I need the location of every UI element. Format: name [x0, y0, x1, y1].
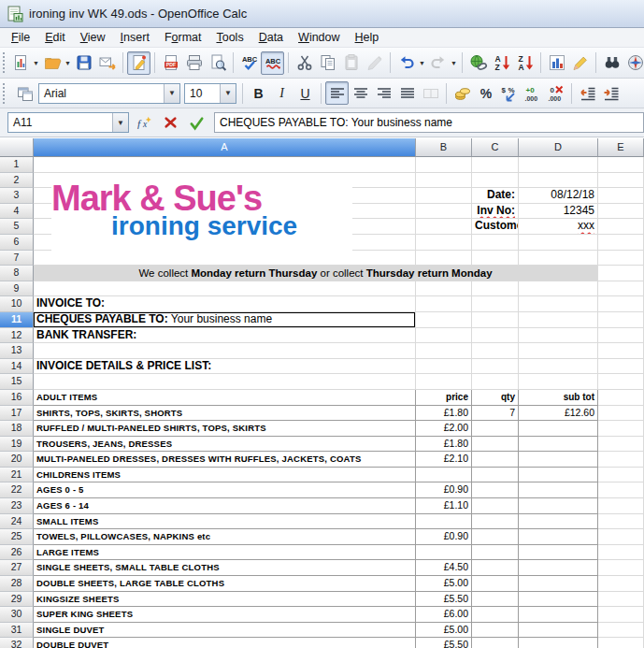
cell-E7[interactable]	[598, 251, 644, 266]
font-name-dropdown-arrow-icon[interactable]: ▼	[164, 84, 179, 103]
cell-D10[interactable]	[519, 296, 598, 312]
cell-E28[interactable]	[598, 576, 644, 592]
cell-B23[interactable]: £1.10	[416, 498, 472, 514]
cell-D24[interactable]	[519, 514, 598, 530]
number-format-percent-button[interactable]: %	[474, 81, 497, 105]
cell-D16[interactable]: sub tot	[519, 390, 598, 406]
cell-A25[interactable]: TOWELS, PILLOWCASES, NAPKINS etc	[34, 529, 416, 545]
cell-C24[interactable]	[472, 514, 519, 530]
cell-C6[interactable]	[472, 235, 519, 251]
row-header-12[interactable]: 12	[0, 328, 34, 344]
cell-E26[interactable]	[598, 545, 644, 561]
column-header-B[interactable]: B	[416, 138, 472, 157]
sort-ascending-button[interactable]: AZ	[490, 51, 513, 75]
cell-B4[interactable]	[416, 204, 472, 220]
cell-E22[interactable]	[598, 482, 644, 498]
cell-B14[interactable]	[416, 359, 472, 375]
row-header-2[interactable]: 2	[0, 173, 34, 189]
cell-C4[interactable]: Inv No:	[472, 204, 519, 220]
cell-D11[interactable]	[519, 312, 598, 328]
cell-A27[interactable]: SINGLE SHEETS, SMALL TABLE CLOTHS	[34, 560, 416, 576]
row-header-7[interactable]: 7	[0, 251, 34, 266]
cell-C16[interactable]: qty	[472, 390, 519, 406]
formula-input-line[interactable]: CHEQUES PAYABLE TO: Your business name	[214, 112, 644, 133]
cell-C9[interactable]	[472, 281, 519, 297]
row-header-13[interactable]: 13	[0, 343, 34, 359]
row-header-29[interactable]: 29	[0, 592, 34, 608]
row-header-14[interactable]: 14	[0, 359, 34, 375]
row-header-16[interactable]: 16	[0, 390, 34, 406]
cell-B17[interactable]: £1.80	[416, 406, 472, 422]
cell-D31[interactable]	[519, 623, 598, 639]
cut-button[interactable]	[293, 51, 316, 75]
decrease-indent-button[interactable]	[576, 81, 599, 105]
cell-D1[interactable]	[519, 157, 598, 173]
column-header-D[interactable]: D	[519, 138, 598, 157]
cell-A14[interactable]: INVOICE DETAILS & PRICE LIST:	[34, 359, 416, 375]
cell-E16[interactable]	[598, 390, 644, 406]
navigator-button[interactable]	[623, 51, 644, 75]
cell-A22[interactable]: AGES 0 - 5	[34, 482, 416, 498]
cell-A10[interactable]: INVOICE TO:	[34, 296, 416, 312]
menu-view[interactable]: View	[73, 28, 113, 47]
row-header-8[interactable]: 8	[0, 266, 34, 281]
row-header-25[interactable]: 25	[0, 529, 34, 545]
cell-E19[interactable]	[598, 437, 644, 453]
cell-C2[interactable]	[472, 173, 519, 189]
cell-B13[interactable]	[416, 343, 472, 359]
cell-B9[interactable]	[416, 281, 472, 297]
styles-and-formatting-button[interactable]	[13, 81, 36, 105]
cell-A29[interactable]: KINGSIZE SHEETS	[34, 592, 416, 608]
cell-B6[interactable]	[416, 235, 472, 251]
row-header-22[interactable]: 22	[0, 482, 34, 498]
cell-E31[interactable]	[598, 623, 644, 639]
cell-A13[interactable]	[34, 343, 416, 359]
cell-D26[interactable]	[519, 545, 598, 561]
cell-B15[interactable]	[416, 374, 472, 390]
column-header-C[interactable]: C	[472, 138, 519, 157]
new-document-dropdown-arrow-icon[interactable]: ▼	[32, 51, 40, 75]
name-box-dropdown-arrow-icon[interactable]: ▼	[112, 113, 128, 132]
add-decimal-place-button[interactable]: +0.000	[521, 81, 544, 105]
cell-D15[interactable]	[519, 374, 598, 390]
cell-B28[interactable]: £5.00	[416, 576, 472, 592]
hyperlink-button[interactable]	[466, 51, 490, 75]
cancel-button[interactable]	[159, 111, 181, 134]
cell-E14[interactable]	[598, 359, 644, 375]
menu-file[interactable]: File	[4, 28, 37, 47]
cell-E25[interactable]	[598, 529, 644, 545]
cell-D29[interactable]	[519, 592, 598, 608]
cell-D13[interactable]	[519, 343, 598, 359]
cell-C22[interactable]	[472, 482, 519, 498]
cell-E15[interactable]	[598, 374, 644, 390]
cell-A23[interactable]: AGES 6 - 14	[34, 498, 416, 514]
cell-E8[interactable]	[598, 266, 644, 281]
cell-B30[interactable]: £6.00	[416, 607, 472, 623]
cell-E6[interactable]	[598, 235, 644, 251]
cell-D32[interactable]	[519, 638, 598, 648]
cell-D6[interactable]	[519, 235, 598, 251]
cell-C19[interactable]	[472, 437, 519, 453]
row-header-4[interactable]: 4	[0, 204, 34, 220]
cell-C28[interactable]	[472, 576, 519, 592]
open-document-dropdown-arrow-icon[interactable]: ▼	[64, 51, 72, 75]
sort-descending-button[interactable]: ZA	[513, 51, 537, 75]
cell-B12[interactable]	[416, 328, 472, 344]
cell-C7[interactable]	[472, 251, 519, 266]
cell-A19[interactable]: TROUSERS, JEANS, DRESSES	[34, 437, 416, 453]
cell-B19[interactable]: £1.80	[416, 437, 472, 453]
cell-B25[interactable]: £0.90	[416, 529, 472, 545]
cell-B2[interactable]	[416, 173, 472, 189]
number-format-standard-button[interactable]: $%	[497, 81, 521, 105]
cell-E18[interactable]	[598, 421, 644, 437]
auto-spellcheck-button[interactable]: ABC	[261, 51, 284, 75]
row-header-21[interactable]: 21	[0, 468, 34, 483]
font-size-dropdown-arrow-icon[interactable]: ▼	[220, 84, 236, 103]
cell-A1[interactable]	[34, 157, 416, 173]
row-header-24[interactable]: 24	[0, 514, 34, 530]
cell-C10[interactable]	[472, 296, 519, 312]
insert-chart-button[interactable]	[545, 51, 568, 75]
row-header-6[interactable]: 6	[0, 235, 34, 251]
cell-B1[interactable]	[416, 157, 472, 173]
font-size-combo[interactable]: 10▼	[184, 83, 236, 104]
